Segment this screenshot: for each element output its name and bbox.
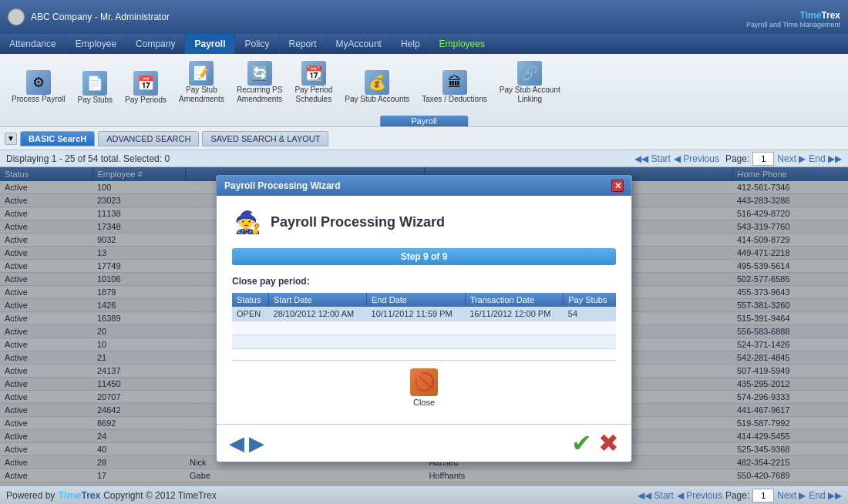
nav-forward-button[interactable]: ▶ <box>249 433 264 453</box>
tab-basic-search[interactable]: BASIC SearcH <box>20 131 95 146</box>
wiz-row1-transaction: 16/11/2012 12:00 PM <box>465 307 564 321</box>
footer-previous[interactable]: ◀ Previous <box>677 490 722 501</box>
action-buttons: ✔ ✖ <box>571 431 619 455</box>
pagination-previous[interactable]: ◀ Previous <box>674 153 719 164</box>
nav-item-company[interactable]: Company <box>126 34 185 54</box>
wiz-row1-start: 28/10/2012 12:00 AM <box>269 307 367 321</box>
display-info: Displaying 1 - 25 of 54 total. Selected:… <box>6 153 170 164</box>
wiz-col-end: End Date <box>367 293 466 307</box>
modal: Payroll Processing Wizard ✕ 🧙 Payroll Pr… <box>216 175 632 462</box>
nav-item-payroll[interactable]: Payroll <box>185 34 235 54</box>
modal-header: Payroll Processing Wizard ✕ <box>217 176 631 196</box>
nav-item-policy[interactable]: Policy <box>235 34 279 54</box>
info-bar: Displaying 1 - 25 of 54 total. Selected:… <box>0 150 848 167</box>
nav-item-myaccount[interactable]: MyAccount <box>327 34 392 54</box>
wiz-col-transaction: Transaction Date <box>465 293 564 307</box>
footer-brand: TimeTrex <box>58 489 100 501</box>
modal-body: 🧙 Payroll Processing Wizard Step 9 of 9 … <box>217 196 631 424</box>
toolbar-btn-pay-stubs[interactable]: 📄 Pay Stubs <box>72 67 118 108</box>
page-input[interactable] <box>752 152 774 166</box>
wizard-icon: 🧙 <box>232 207 263 237</box>
wizard-title: Payroll Processing Wizard <box>271 214 445 230</box>
footer-left: Powered by TimeTrex Copyright © 2012 Tim… <box>6 489 217 501</box>
nav-item-employees[interactable]: Employees <box>430 34 494 54</box>
cancel-button[interactable]: ✖ <box>598 431 619 455</box>
toolbar-btn-pay-periods-label: Pay Periods <box>125 96 167 104</box>
top-bar: ABC Company - Mr. Administrator TimeTrex… <box>0 0 848 34</box>
toolbar-btn-taxes-deductions[interactable]: 🏛 Taxes / Deductions <box>416 66 493 108</box>
toolbar-btn-pay-period-schedules[interactable]: 📆 Pay PeriodSchedules <box>289 57 338 108</box>
nav-bar: Attendance Employee Company Payroll Poli… <box>0 34 848 54</box>
footer-copyright: Copyright © 2012 TimeTrex <box>103 490 216 501</box>
modal-close-button[interactable]: ✕ <box>611 180 624 192</box>
wizard-table-row-selected[interactable]: OPEN 28/10/2012 12:00 AM 10/11/2012 11:5… <box>232 307 616 321</box>
toolbar-btn-process-payroll[interactable]: ⚙ Process Payroll <box>6 66 70 108</box>
wiz-row1-paystubs: 54 <box>564 307 616 321</box>
close-btn-area: 🚫 Close <box>232 368 616 407</box>
wiz-col-status: Status <box>232 293 269 307</box>
pagination: ◀◀ Start ◀ Previous Page: Next ▶ End ▶▶ <box>634 152 842 166</box>
logo: TimeTrex <box>800 5 840 21</box>
progress-label: Step 9 of 9 <box>401 251 448 262</box>
toolbar-btn-process-payroll-label: Process Payroll <box>12 95 65 104</box>
close-button-label: Close <box>413 398 435 407</box>
footer-start[interactable]: ◀◀ Start <box>638 490 674 501</box>
toolbar-btn-recurring-ps-label: Recurring PSAmendments <box>237 86 282 104</box>
toolbar-btn-recurring-ps[interactable]: 🔄 Recurring PSAmendments <box>231 57 288 108</box>
wiz-col-start: Start Date <box>269 293 367 307</box>
company-icon <box>8 8 25 25</box>
nav-item-employee[interactable]: Employee <box>66 34 126 54</box>
toolbar-btn-pay-stub-amendments[interactable]: 📝 Pay StubAmendments <box>173 57 230 108</box>
confirm-button[interactable]: ✔ <box>571 431 592 455</box>
nav-arrows: ◀ ▶ <box>229 433 264 453</box>
toolbar-btn-pay-periods[interactable]: 📅 Pay Periods <box>119 67 172 108</box>
toolbar-btn-pay-stub-amendments-label: Pay StubAmendments <box>179 86 224 104</box>
toolbar-btn-pay-stub-account-linking[interactable]: 🔗 Pay Stub AccountLinking <box>494 57 566 108</box>
page-label: Page: <box>725 153 749 164</box>
toolbar-btn-pay-stub-accounts-label: Pay Stub Accounts <box>345 95 409 104</box>
pagination-start[interactable]: ◀◀ Start <box>634 153 671 164</box>
close-icon-button[interactable]: 🚫 Close <box>410 368 438 407</box>
footer-page-label: Page: <box>725 490 749 501</box>
footer: Powered by TimeTrex Copyright © 2012 Tim… <box>0 486 848 504</box>
toolbar-btn-pay-period-schedules-label: Pay PeriodSchedules <box>294 86 332 104</box>
toolbar-btn-taxes-deductions-label: Taxes / Deductions <box>422 95 487 104</box>
wiz-row1-end: 10/11/2012 11:59 PM <box>367 307 466 321</box>
pagination-end[interactable]: End ▶▶ <box>809 153 842 164</box>
section-label: Payroll <box>380 116 468 126</box>
modal-footer: ◀ ▶ ✔ ✖ <box>217 424 631 462</box>
toolbar-btn-pay-stub-accounts[interactable]: 💰 Pay Stub Accounts <box>339 66 415 108</box>
wiz-col-paystubs: Pay Stubs <box>564 293 616 307</box>
wizard-table-row[interactable] <box>232 335 616 349</box>
footer-next[interactable]: Next ▶ <box>777 490 806 501</box>
close-icon: 🚫 <box>410 368 438 396</box>
footer-page-input[interactable] <box>752 489 774 502</box>
pagination-next[interactable]: Next ▶ <box>777 153 806 164</box>
company-title: ABC Company - Mr. Administrator <box>31 12 170 22</box>
tab-advanced-search[interactable]: ADVANCED SEARCH <box>98 131 199 146</box>
search-bar: ▼ BASIC SearcH ADVANCED SEARCH SAVED SEA… <box>0 127 848 150</box>
toolbar-btn-pay-stub-account-linking-label: Pay Stub AccountLinking <box>500 86 560 104</box>
toolbar: ⚙ Process Payroll 📄 Pay Stubs 📅 Pay Peri… <box>0 54 848 127</box>
powered-by-label: Powered by <box>6 490 55 501</box>
nav-item-report[interactable]: Report <box>280 34 327 54</box>
wizard-table: Status Start Date End Date Transaction D… <box>232 293 616 349</box>
wizard-table-row[interactable] <box>232 321 616 335</box>
tab-saved-search[interactable]: SAVED SEARCH & LAYOUT <box>202 131 328 146</box>
nav-back-button[interactable]: ◀ <box>229 433 244 453</box>
progress-bar: Step 9 of 9 <box>232 248 616 265</box>
wizard-divider <box>232 360 616 361</box>
close-pay-period-label: Close pay period: <box>232 276 616 287</box>
modal-title: Payroll Processing Wizard <box>224 180 341 191</box>
nav-item-help[interactable]: Help <box>392 34 430 54</box>
footer-pagination: ◀◀ Start ◀ Previous Page: Next ▶ End ▶▶ <box>638 489 842 502</box>
nav-item-attendance[interactable]: Attendance <box>0 34 66 54</box>
footer-end[interactable]: End ▶▶ <box>809 490 842 501</box>
modal-overlay: Payroll Processing Wizard ✕ 🧙 Payroll Pr… <box>0 167 848 486</box>
toolbar-btn-pay-stubs-label: Pay Stubs <box>77 96 113 104</box>
chevron-down-icon[interactable]: ▼ <box>5 133 17 145</box>
wiz-row1-status: OPEN <box>232 307 269 321</box>
logo-subtitle: Payroll and Time Management <box>746 21 840 29</box>
main-content: Status Employee # Home Phone Active 100 … <box>0 167 848 486</box>
